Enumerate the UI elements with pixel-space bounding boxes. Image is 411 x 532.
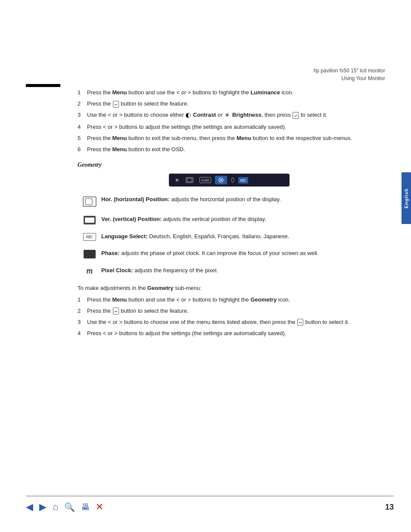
svg-point-3: [220, 179, 222, 181]
header-area: hp pavilion fx50 15" lcd monitor Using Y…: [314, 67, 385, 82]
step-3-num: 3: [78, 111, 87, 120]
step-4-text: Press < or > buttons to adjust the setti…: [87, 123, 286, 131]
step-2: 2 Press the ↵ button to select the featu…: [78, 100, 381, 108]
side-tab-label: English: [404, 188, 409, 208]
geo-step-2-num: 2: [78, 307, 87, 315]
osd-geometry-svg: [186, 177, 193, 183]
step-1-num: 1: [78, 88, 87, 97]
step-4: 4 Press < or > buttons to adjust the set…: [78, 123, 381, 131]
language-select-row: ABC Language Select: Deutsch, English, E…: [78, 232, 381, 241]
osd-auto-item: Auto: [197, 176, 213, 184]
enter-key-icon-2: ↵: [293, 112, 299, 119]
step-1-text: Press the Menu button and use the < or >…: [87, 88, 293, 97]
nav-search-icon[interactable]: 🔍: [64, 502, 75, 512]
enter-key-geo: ↵: [113, 308, 119, 314]
phase-term: Phase:: [101, 250, 120, 256]
bottom-nav: ◀ ▶ ⌂ 🔍 🖶 ✕ 13: [26, 496, 394, 513]
osd-settings-item: [215, 176, 227, 184]
nav-home-icon[interactable]: ⌂: [53, 501, 58, 513]
geo-step-1: 1 Press the Menu button and use the < or…: [78, 296, 381, 304]
osd-bar: ☀ Auto 〈〉: [169, 174, 290, 187]
page-container: hp pavilion fx50 15" lcd monitor Using Y…: [0, 0, 411, 532]
step-2-num: 2: [78, 100, 87, 108]
hor-position-term: Hor. (horizontal) Position:: [101, 196, 170, 202]
osd-geometry-item: [184, 176, 196, 184]
step-3: 3 Use the < or > buttons to choose eithe…: [78, 111, 381, 120]
pixel-clock-icon: 𝑚: [86, 267, 93, 275]
step-6-text: Press the Menu button to exit the OSD.: [87, 145, 185, 154]
geometry-title: Geometry: [78, 162, 381, 168]
pixclock-icon-cell: 𝑚: [78, 266, 101, 275]
ver-icon-cell: [78, 215, 101, 224]
phase-text: Phase: adjusts the phase of pixel clock.…: [101, 249, 381, 258]
geo-step-2: 2 Press the ↵ button to select the featu…: [78, 307, 381, 315]
lang-icon-cell: ABC: [78, 232, 101, 241]
brightness-icon: ☀: [224, 111, 230, 120]
svg-rect-1: [187, 178, 192, 182]
nav-back-icon[interactable]: ◀: [26, 501, 33, 513]
main-content: 1 Press the Menu button and use the < or…: [78, 88, 394, 345]
geo-step-4: 4 Press < or > buttons to adjust the set…: [78, 329, 381, 338]
geo-step-3: 3 Use the < or > buttons to choose one o…: [78, 318, 381, 327]
ver-position-row: Ver. (vertical) Position: adjusts the ve…: [78, 215, 381, 224]
enter-key-geo2: ↵: [297, 319, 303, 326]
geometry-section: Geometry ☀ Auto: [78, 162, 381, 275]
phase-icon-cell: [78, 249, 101, 258]
step-5-num: 5: [78, 134, 87, 143]
osd-sound-item: 〈〉: [229, 175, 237, 185]
hor-position-icon: ↔: [82, 196, 97, 207]
ver-position-term: Ver. (vertical) Position:: [101, 216, 162, 222]
step-4-num: 4: [78, 123, 87, 131]
contrast-icon: [186, 113, 191, 118]
step-2-text: Press the ↵ button to select the feature…: [87, 100, 189, 108]
geometry-intro: To make adjustments in the Geometry sub-…: [78, 285, 381, 291]
geometry-instructions: To make adjustments in the Geometry sub-…: [78, 285, 381, 338]
osd-etc-label: etc: [238, 177, 248, 184]
osd-sound-icon: 〈〉: [231, 177, 234, 184]
side-tab: English: [402, 172, 411, 224]
step-5-text: Press the Menu button to exit the sub-me…: [87, 134, 352, 143]
header-line2: Using Your Monitor: [314, 75, 385, 82]
step-6: 6 Press the Menu button to exit the OSD.: [78, 145, 381, 154]
enter-key-icon: ↵: [113, 101, 119, 108]
ver-position-text: Ver. (vertical) Position: adjusts the ve…: [101, 215, 381, 224]
page-number: 13: [385, 503, 394, 512]
phase-icon: [84, 250, 96, 258]
nav-print-icon[interactable]: 🖶: [81, 502, 90, 512]
geo-step-4-num: 4: [78, 329, 87, 338]
osd-brightness-icon: ☀: [174, 177, 180, 184]
geo-step-1-num: 1: [78, 296, 87, 304]
geo-step-2-text: Press the ↵ button to select the feature…: [87, 307, 189, 315]
ver-icon-inner: [85, 219, 94, 221]
osd-settings-svg: [217, 177, 225, 183]
geo-step-3-num: 3: [78, 318, 87, 327]
pixel-clock-row: 𝑚 Pixel Clock: adjusts the frequency of …: [78, 266, 381, 275]
header-line1: hp pavilion fx50 15" lcd monitor: [314, 67, 385, 75]
step-1: 1 Press the Menu button and use the < or…: [78, 88, 381, 97]
nav-close-icon[interactable]: ✕: [96, 501, 103, 513]
step-5: 5 Press the Menu button to exit the sub-…: [78, 134, 381, 143]
phase-row: Phase: adjusts the phase of pixel clock.…: [78, 249, 381, 258]
svg-rect-5: [85, 199, 92, 205]
ver-position-icon: [84, 216, 96, 224]
top-instruction-list: 1 Press the Menu button and use the < or…: [78, 88, 381, 154]
language-select-text: Language Select: Deutsch, English, Españ…: [101, 232, 381, 241]
black-bar-decoration: [26, 84, 60, 87]
nav-icons: ◀ ▶ ⌂ 🔍 🖶 ✕: [26, 501, 103, 513]
geo-step-3-text: Use the < or > buttons to choose one of …: [87, 318, 349, 327]
hor-position-text: Hor. (horizontal) Position: adjusts the …: [101, 195, 381, 204]
geo-step-1-text: Press the Menu button and use the < or >…: [87, 296, 290, 304]
geometry-instruction-list: 1 Press the Menu button and use the < or…: [78, 296, 381, 338]
hor-icon-cell: ↔: [78, 195, 101, 207]
osd-auto-label: Auto: [199, 177, 211, 183]
header-title: hp pavilion fx50 15" lcd monitor Using Y…: [314, 67, 385, 82]
geo-step-4-text: Press < or > buttons to adjust the setti…: [87, 329, 286, 338]
pixel-clock-term: Pixel Clock:: [101, 267, 133, 274]
language-select-icon: ABC: [83, 233, 96, 241]
pixel-clock-text: Pixel Clock: adjusts the frequency of th…: [101, 266, 381, 275]
svg-text:↔: ↔: [88, 204, 91, 207]
step-6-num: 6: [78, 145, 87, 154]
nav-forward-icon[interactable]: ▶: [39, 501, 47, 513]
language-select-term: Language Select:: [101, 233, 148, 240]
osd-brightness-item: ☀: [172, 176, 182, 185]
